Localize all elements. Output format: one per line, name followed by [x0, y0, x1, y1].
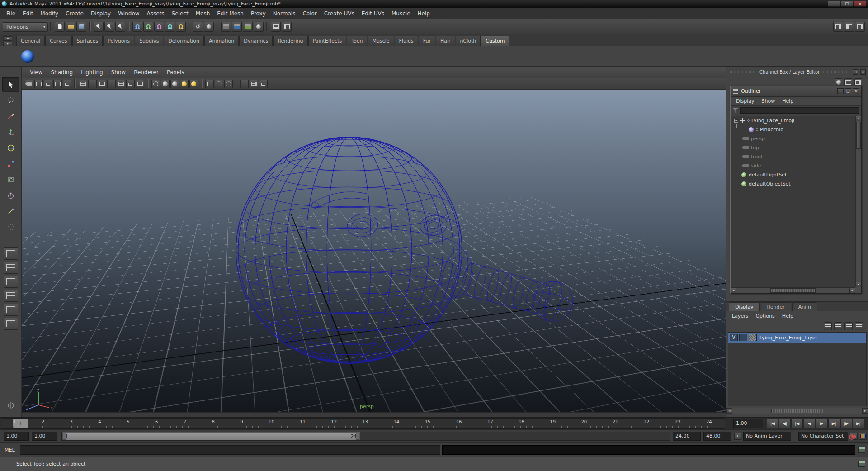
menu-edit-uvs[interactable]: Edit UVs	[358, 9, 388, 19]
paint-effects-button[interactable]	[271, 22, 281, 32]
shelf-tab-general[interactable]: General	[16, 36, 45, 46]
soft-modification-tool-button[interactable]	[2, 188, 19, 203]
grid-toggle-button[interactable]	[79, 80, 87, 88]
layout-persp-outliner-button[interactable]	[4, 318, 18, 330]
outliner-menu-show[interactable]: Show	[758, 97, 779, 105]
smooth-shade-button[interactable]	[161, 80, 170, 88]
outliner-row-persp[interactable]: persp	[731, 134, 855, 143]
scroll-left-icon[interactable]: ◂	[726, 408, 732, 414]
xray-button[interactable]	[215, 80, 223, 88]
scroll-down-icon[interactable]: ▾	[856, 282, 861, 287]
film-gate-button[interactable]	[88, 80, 97, 88]
outliner-row-defaultlightset[interactable]: defaultLightSet	[731, 170, 855, 179]
menuset-dropdown[interactable]: Polygons ▾	[3, 22, 48, 32]
outliner-minimize-button[interactable]: –	[837, 88, 844, 94]
channel-speed-button[interactable]	[844, 78, 852, 86]
toolbox-bottom-button[interactable]	[2, 398, 19, 413]
shelf-tab-dynamics[interactable]: Dynamics	[239, 36, 273, 46]
shadows-button[interactable]	[189, 80, 198, 88]
create-layer-from-selected-button[interactable]	[855, 322, 863, 330]
layers-help-menu[interactable]: Help	[778, 312, 797, 320]
menu-muscle[interactable]: Muscle	[388, 9, 414, 19]
resolution-gate-button[interactable]	[98, 80, 106, 88]
bookmarks-button[interactable]	[53, 80, 62, 88]
wireframe-emoji-model[interactable]	[22, 90, 726, 412]
layer-list[interactable]: V Lying_Face_Emoji_layer	[728, 332, 867, 406]
playback-start-field[interactable]: 1.00	[32, 432, 57, 441]
animation-end-field[interactable]: 48.00	[703, 432, 731, 441]
layer-editor-scrollbar[interactable]: ◂ ▸	[726, 408, 868, 414]
step-back-key-button[interactable]: |◀	[791, 419, 803, 428]
scroll-right-icon[interactable]: ▸	[849, 288, 855, 293]
panel-dock-button[interactable]: □	[853, 69, 858, 75]
scrollbar-track[interactable]	[732, 408, 862, 414]
shelf-tab-custom[interactable]: Custom	[481, 36, 509, 46]
panel-close-button[interactable]: ×	[860, 69, 866, 75]
new-scene-button[interactable]	[55, 22, 65, 32]
viewport-canvas[interactable]: persp y x z	[22, 90, 726, 412]
menu-file[interactable]: File	[3, 9, 19, 19]
viewport-menu-renderer[interactable]: Renderer	[130, 68, 163, 77]
outliner-row-side[interactable]: side	[731, 161, 855, 170]
snap-point-button[interactable]: Ω	[154, 22, 164, 32]
step-forward-key-button[interactable]: ▶|	[828, 419, 840, 428]
shelf-tab-surfaces[interactable]: Surfaces	[72, 36, 103, 46]
step-forward-frame-button[interactable]: |▶	[840, 419, 852, 428]
shelf-tab-fur[interactable]: Fur	[419, 36, 435, 46]
open-scene-button[interactable]	[66, 22, 75, 32]
help-line-toggle-icon[interactable]	[858, 461, 865, 467]
move-tool-button[interactable]	[2, 124, 19, 139]
scrollbar-thumb[interactable]	[771, 409, 823, 413]
scroll-left-icon[interactable]: ◂	[731, 288, 736, 293]
outliner-row-front[interactable]: front	[731, 152, 855, 161]
menu-proxy[interactable]: Proxy	[247, 9, 269, 19]
select-camera-button[interactable]	[25, 80, 33, 88]
pane-layout-2-button[interactable]	[250, 80, 258, 88]
shelf-custom-item-button[interactable]	[20, 49, 35, 64]
shelf-tab-animation[interactable]: Animation	[204, 36, 239, 46]
viewport-menu-lighting[interactable]: Lighting	[77, 68, 107, 77]
isolate-select-button[interactable]	[205, 80, 214, 88]
rotate-tool-button[interactable]	[2, 140, 19, 155]
show-channel-box-button[interactable]	[855, 22, 865, 32]
lock-camera-button[interactable]	[34, 80, 43, 88]
layout-three-left-button[interactable]	[4, 304, 18, 316]
menu-display[interactable]: Display	[87, 9, 114, 19]
character-set-field[interactable]: No Character Set	[798, 432, 848, 441]
shelf-tab-painteffects[interactable]: PaintEffects	[308, 36, 347, 46]
snap-curve-button[interactable]: Ω	[143, 22, 153, 32]
open-render-view-button[interactable]	[221, 22, 231, 32]
use-all-lights-button[interactable]	[180, 80, 189, 88]
camera-attributes-button[interactable]	[44, 80, 52, 88]
scrollbar-thumb[interactable]	[770, 288, 816, 293]
outliner-maximize-button[interactable]: □	[845, 88, 851, 94]
ipr-render-button[interactable]	[243, 22, 253, 32]
menu-create-uvs[interactable]: Create UVs	[321, 9, 358, 19]
command-line-label[interactable]: MEL	[5, 447, 15, 453]
outliner-row-pinocchio[interactable]: Pinocchio	[731, 125, 855, 134]
safe-title-button[interactable]	[136, 80, 144, 88]
shelf-menu-button[interactable]: ▾	[3, 42, 12, 46]
tab-render[interactable]: Render	[761, 302, 791, 311]
show-manipulator-tool-button[interactable]	[2, 204, 19, 219]
shelf-tab-rendering[interactable]: Rendering	[273, 36, 307, 46]
maximize-button[interactable]: □	[841, 1, 853, 7]
snap-plane-button[interactable]: Ω	[165, 22, 175, 32]
scrollbar-thumb[interactable]	[856, 122, 861, 149]
lasso-tool-button[interactable]	[2, 93, 19, 108]
outliner-vertical-scrollbar[interactable]: ▴ ▾	[855, 116, 861, 287]
menu-color[interactable]: Color	[299, 9, 320, 19]
shelf-tab-curves[interactable]: Curves	[45, 36, 71, 46]
select-object-button[interactable]	[104, 22, 114, 32]
channel-manipulator-button[interactable]	[835, 78, 842, 86]
layer-row-selected[interactable]: V Lying_Face_Emoji_layer	[728, 333, 866, 343]
channel-hyperbolic-button[interactable]	[854, 78, 862, 86]
playback-end-field[interactable]: 24.00	[673, 432, 701, 441]
move-layer-up-button[interactable]	[824, 322, 832, 330]
outliner-window[interactable]: Outliner – □ × Display Show Help	[730, 86, 862, 294]
title-bar[interactable]: Autodesk Maya 2011 x64: D:\Convert\1\Lyi…	[0, 0, 868, 8]
current-time-field[interactable]: 1.00	[733, 419, 763, 428]
shelf-tab-hair[interactable]: Hair	[436, 36, 455, 46]
select-hierarchy-button[interactable]	[94, 22, 104, 32]
menu-edit-mesh[interactable]: Edit Mesh	[213, 9, 247, 19]
